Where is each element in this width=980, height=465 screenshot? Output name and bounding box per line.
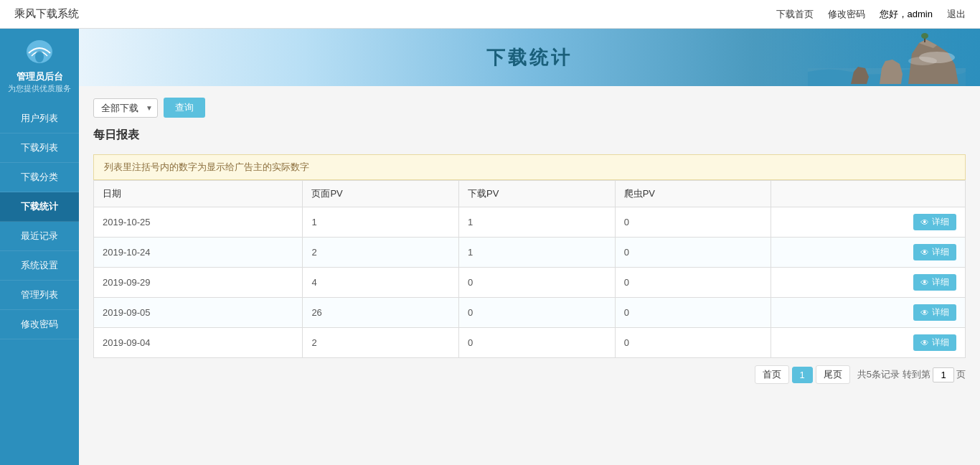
- detail-button-4[interactable]: 👁 详细: [913, 334, 956, 351]
- cell-page-pv: 4: [303, 268, 459, 298]
- cell-date: 2019-10-25: [94, 207, 303, 238]
- sidebar: 管理员后台 为您提供优质服务 用户列表 下载列表 下载分类 下载统计 最近记录 …: [0, 29, 79, 465]
- cell-crawler-pv: 0: [615, 298, 771, 328]
- col-download-pv: 下载PV: [459, 181, 616, 207]
- page-jump-input[interactable]: [933, 367, 954, 382]
- cell-download-pv: 0: [459, 328, 616, 358]
- sidebar-item-download-stats[interactable]: 下载统计: [0, 192, 79, 222]
- cell-page-pv: 1: [303, 207, 459, 238]
- cell-download-pv: 1: [459, 238, 616, 268]
- sidebar-menu: 用户列表 下载列表 下载分类 下载统计 最近记录 系统设置 管理列表 修改密码: [0, 104, 79, 339]
- table-row: 2019-09-05 26 0 0 👁 详细: [94, 298, 966, 328]
- svg-point-6: [908, 57, 937, 65]
- table-row: 2019-09-04 2 0 0 👁 详细: [94, 328, 966, 358]
- detail-button-1[interactable]: 👁 详细: [913, 244, 956, 260]
- filter-select[interactable]: 全部下载 今日下载 本周下载 本月下载: [93, 98, 158, 118]
- page-unit: 页: [956, 368, 966, 381]
- cell-date: 2019-09-04: [94, 328, 303, 358]
- page-1-button[interactable]: 1: [792, 367, 813, 383]
- cell-crawler-pv: 0: [615, 328, 771, 358]
- sidebar-item-download-list[interactable]: 下载列表: [0, 133, 79, 163]
- table-row: 2019-09-29 4 0 0 👁 详细: [94, 268, 966, 298]
- table-row: 2019-10-25 1 1 0 👁 详细: [94, 207, 966, 238]
- sidebar-item-download-category[interactable]: 下载分类: [0, 163, 79, 192]
- logo-icon: [22, 39, 57, 67]
- eye-icon: 👁: [920, 217, 929, 227]
- cell-action: 👁 详细: [771, 298, 966, 328]
- sidebar-item-change-password[interactable]: 修改密码: [0, 310, 79, 339]
- notice-box: 列表里注括号内的数字为显示给广告主的实际数字: [93, 154, 966, 180]
- total-info: 共5条记录: [857, 368, 900, 381]
- col-crawler-pv: 爬虫PV: [615, 181, 771, 207]
- page-title: 下载统计: [486, 45, 573, 70]
- cell-page-pv: 2: [303, 328, 459, 358]
- jump-label: 转到第: [903, 368, 930, 381]
- nav-change-password-link[interactable]: 修改密码: [828, 8, 865, 21]
- header-decoration: [808, 32, 966, 86]
- eye-icon: 👁: [920, 308, 929, 318]
- top-nav-right: 下载首页 修改密码 您好，admin 退出: [776, 8, 966, 21]
- cell-action: 👁 详细: [771, 207, 966, 238]
- main-layout: 管理员后台 为您提供优质服务 用户列表 下载列表 下载分类 下载统计 最近记录 …: [0, 29, 980, 465]
- sidebar-header: 管理员后台 为您提供优质服务: [0, 29, 79, 98]
- cell-download-pv: 0: [459, 268, 616, 298]
- last-page-button[interactable]: 尾页: [816, 365, 850, 384]
- pagination-row: 首页 1 尾页 共5条记录 转到第 页: [93, 358, 966, 387]
- sidebar-item-user-list[interactable]: 用户列表: [0, 104, 79, 133]
- top-nav: 乘风下载系统 下载首页 修改密码 您好，admin 退出: [0, 0, 980, 29]
- svg-point-4: [921, 33, 928, 39]
- nav-greeting: 您好，admin: [880, 8, 933, 21]
- data-table: 日期 页面PV 下载PV 爬虫PV 2019-10-25 1 1 0 👁 详细: [93, 180, 966, 358]
- eye-icon: 👁: [920, 338, 929, 348]
- cell-crawler-pv: 0: [615, 238, 771, 268]
- detail-button-3[interactable]: 👁 详细: [913, 304, 956, 321]
- section-title: 每日报表: [93, 128, 966, 147]
- detail-button-2[interactable]: 👁 详细: [913, 274, 956, 291]
- eye-icon: 👁: [920, 248, 929, 258]
- col-date: 日期: [94, 181, 303, 207]
- detail-button-0[interactable]: 👁 详细: [913, 214, 956, 230]
- col-page-pv: 页面PV: [303, 181, 459, 207]
- filter-row: 全部下载 今日下载 本周下载 本月下载 ▼ 查询: [93, 98, 966, 118]
- nav-logout-link[interactable]: 退出: [947, 8, 966, 21]
- sidebar-item-system-settings[interactable]: 系统设置: [0, 251, 79, 281]
- main-content: 下载统计: [79, 29, 980, 465]
- cell-date: 2019-09-29: [94, 268, 303, 298]
- col-action: [771, 181, 966, 207]
- svg-point-1: [35, 51, 44, 62]
- system-title: 乘风下载系统: [14, 7, 79, 21]
- table-row: 2019-10-24 2 1 0 👁 详细: [94, 238, 966, 268]
- cell-date: 2019-10-24: [94, 238, 303, 268]
- cell-download-pv: 0: [459, 298, 616, 328]
- cell-page-pv: 26: [303, 298, 459, 328]
- cell-date: 2019-09-05: [94, 298, 303, 328]
- nav-home-link[interactable]: 下载首页: [776, 8, 814, 21]
- main-header-banner: 下载统计: [79, 29, 980, 86]
- cell-crawler-pv: 0: [615, 207, 771, 238]
- query-button[interactable]: 查询: [164, 98, 205, 118]
- first-page-button[interactable]: 首页: [755, 365, 789, 384]
- cell-action: 👁 详细: [771, 268, 966, 298]
- table-header-row: 日期 页面PV 下载PV 爬虫PV: [94, 181, 966, 207]
- cell-action: 👁 详细: [771, 328, 966, 358]
- sidebar-item-recent-records[interactable]: 最近记录: [0, 222, 79, 251]
- cell-page-pv: 2: [303, 238, 459, 268]
- sidebar-admin-title: 管理员后台: [6, 70, 73, 83]
- page-jump: 转到第 页: [903, 367, 966, 382]
- sidebar-item-admin-list[interactable]: 管理列表: [0, 281, 79, 310]
- filter-select-wrapper: 全部下载 今日下载 本周下载 本月下载 ▼: [93, 98, 158, 118]
- cell-crawler-pv: 0: [615, 268, 771, 298]
- sidebar-admin-subtitle: 为您提供优质服务: [6, 83, 73, 94]
- cell-download-pv: 1: [459, 207, 616, 238]
- content-area: 全部下载 今日下载 本周下载 本月下载 ▼ 查询 每日报表 列表里注括号内的数字…: [79, 86, 980, 465]
- eye-icon: 👁: [920, 278, 929, 288]
- cell-action: 👁 详细: [771, 238, 966, 268]
